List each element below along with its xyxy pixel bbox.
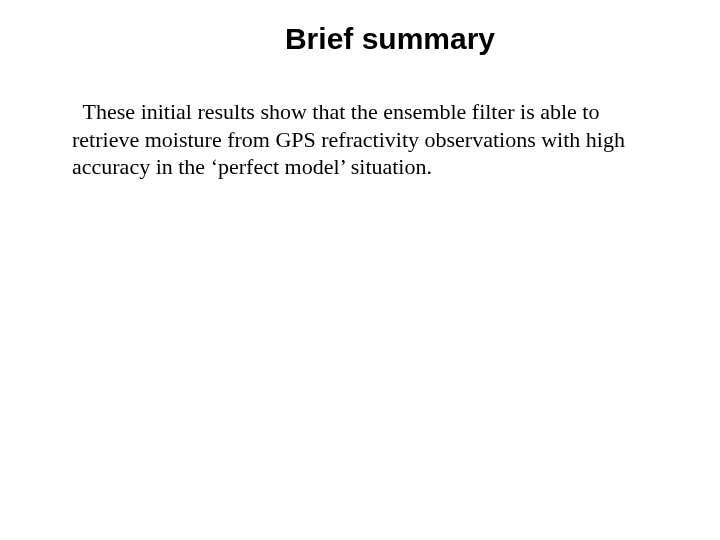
body-paragraph: These initial results show that the ense… <box>72 98 648 181</box>
slide: Brief summary These initial results show… <box>0 0 720 540</box>
slide-title: Brief summary <box>160 0 620 74</box>
slide-body: These initial results show that the ense… <box>0 74 720 181</box>
body-text: These initial results show that the ense… <box>72 99 625 179</box>
